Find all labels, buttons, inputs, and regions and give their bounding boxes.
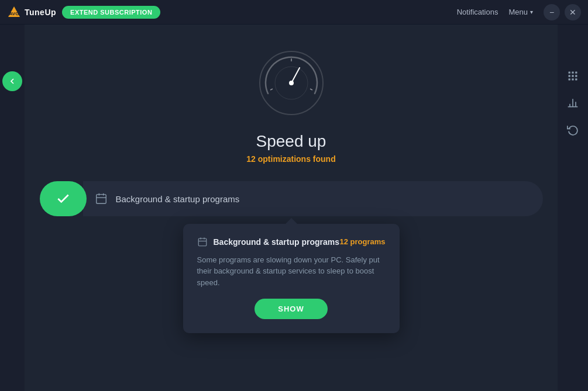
svg-rect-19 (575, 72, 577, 74)
minimize-button[interactable]: − (544, 4, 560, 20)
bar-chart-icon (567, 97, 579, 109)
check-icon (56, 191, 71, 206)
center-content: Speed up 12 optimizations found Backgrou… (25, 25, 558, 391)
svg-point-4 (289, 81, 294, 85)
svg-rect-24 (572, 78, 573, 80)
svg-rect-21 (572, 75, 573, 77)
svg-text:AVG: AVG (9, 11, 19, 16)
svg-line-6 (310, 89, 312, 90)
titlebar-left: AVG TuneUp EXTEND SUBSCRIPTION (7, 5, 160, 19)
close-button[interactable]: ✕ (565, 4, 581, 20)
speedometer-container (256, 48, 326, 120)
main-content: Speed up 12 optimizations found Backgrou… (0, 25, 588, 391)
svg-rect-25 (575, 78, 577, 80)
history-button[interactable] (562, 119, 583, 140)
tooltip-description: Some programs are slowing down your PC. … (197, 254, 386, 289)
grid-view-button[interactable] (562, 65, 583, 86)
tooltip-title: Background & startup programs (214, 237, 339, 247)
svg-rect-23 (569, 78, 570, 80)
feature-label-text: Background & startup programs (116, 194, 240, 204)
svg-rect-9 (96, 195, 106, 204)
titlebar-right: Notifications Menu ▾ − ✕ (457, 4, 581, 20)
grid-icon (567, 70, 579, 82)
startup-programs-icon (95, 192, 108, 205)
left-sidebar (0, 25, 25, 391)
check-circle (40, 181, 87, 216)
chevron-down-icon: ▾ (530, 9, 533, 15)
titlebar: AVG TuneUp EXTEND SUBSCRIPTION Notificat… (0, 0, 588, 25)
svg-line-3 (291, 68, 300, 83)
window-controls: − ✕ (544, 4, 581, 20)
optimizations-found-text: 12 optimizations found (246, 154, 335, 164)
feature-bar[interactable]: Background & startup programs Background… (40, 181, 543, 216)
chevron-left-icon (8, 77, 17, 86)
right-sidebar (558, 25, 588, 391)
logo-text: TuneUp (25, 8, 56, 17)
svg-rect-18 (572, 72, 573, 74)
history-icon (567, 124, 579, 136)
svg-rect-20 (569, 75, 570, 77)
svg-rect-22 (575, 75, 577, 77)
extend-subscription-button[interactable]: EXTEND SUBSCRIPTION (62, 6, 160, 19)
tooltip-startup-icon (197, 237, 208, 247)
svg-line-5 (270, 89, 273, 90)
avg-logo-icon: AVG (7, 5, 21, 19)
tooltip-card: Background & startup programs 12 program… (183, 224, 400, 334)
tooltip-header-left: Background & startup programs (197, 237, 339, 247)
svg-rect-17 (569, 72, 570, 74)
tooltip-arrow (284, 218, 298, 225)
back-button[interactable] (2, 71, 22, 91)
menu-button[interactable]: Menu ▾ (508, 8, 533, 16)
speedometer-icon (256, 48, 326, 118)
chart-view-button[interactable] (562, 92, 583, 113)
tooltip-count: 12 programs (339, 237, 385, 246)
menu-label: Menu (508, 8, 528, 16)
tooltip-header: Background & startup programs 12 program… (197, 237, 386, 247)
page-title: Speed up (256, 132, 326, 151)
notifications-link[interactable]: Notifications (457, 8, 498, 16)
svg-rect-13 (198, 238, 207, 246)
show-button[interactable]: SHOW (255, 299, 327, 319)
avg-logo: AVG TuneUp (7, 5, 56, 19)
feature-label: Background & startup programs (83, 181, 543, 216)
